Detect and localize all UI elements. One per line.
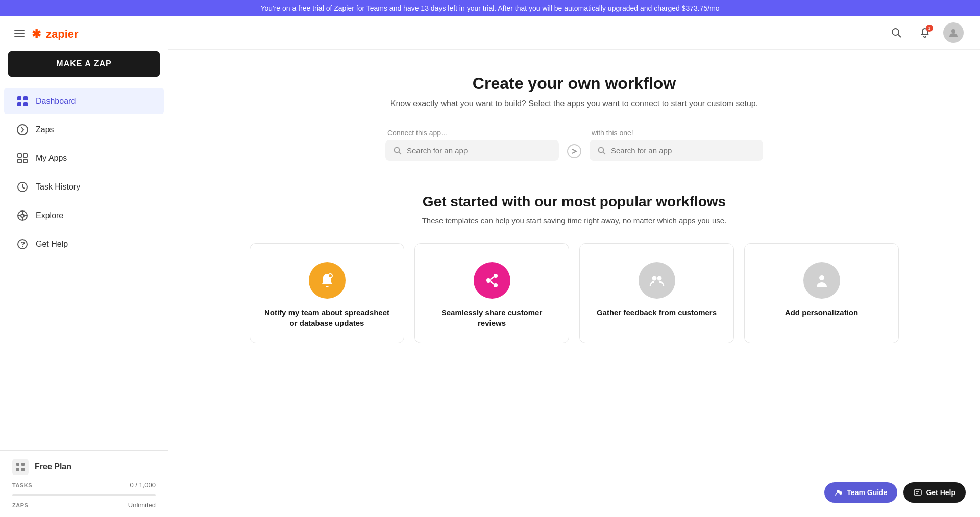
sidebar-my-apps-label: My Apps [36,154,67,163]
svg-rect-9 [18,159,21,163]
sidebar-zaps-label: Zaps [36,125,54,134]
svg-rect-23 [21,468,24,471]
notifications-button[interactable]: 1 [915,22,935,43]
team-guide-label: Team Guide [847,488,887,497]
app-search-2[interactable] [590,140,763,161]
svg-line-37 [491,281,494,284]
connect-arrow-icon [567,144,581,158]
trial-banner: You're on a free trial of Zapier for Tea… [0,0,980,16]
my-apps-icon [16,152,29,165]
search-icon-1 [394,147,402,155]
sidebar-item-get-help[interactable]: ? Get Help [4,231,164,257]
svg-point-32 [328,274,332,278]
svg-line-28 [399,152,402,154]
svg-point-39 [657,276,662,281]
notify-icon [309,262,346,299]
connect-label: Connect this app... [385,129,559,137]
sidebar-nav: Dashboard Zaps [0,85,168,450]
app-search-input-2[interactable] [611,146,755,155]
floating-buttons: Team Guide Get Help [824,482,966,503]
svg-text:zapier: zapier [46,28,79,40]
svg-line-36 [491,277,494,279]
svg-point-29 [568,145,581,158]
svg-rect-43 [914,490,921,495]
app-search-1[interactable] [385,140,559,161]
app-search-input-1[interactable] [407,146,551,155]
sidebar-item-dashboard[interactable]: Dashboard [4,88,164,114]
team-guide-button[interactable]: Team Guide [824,482,897,503]
svg-text:?: ? [21,240,26,248]
sidebar-header: ✱ zapier [0,16,168,51]
task-history-icon [16,181,29,193]
workflow-card-share-reviews[interactable]: Seamlessly share customer reviews [414,243,569,343]
svg-point-38 [652,276,656,281]
svg-rect-10 [23,159,27,163]
workflow-card-personalization[interactable]: Add personalization [744,243,899,343]
share-reviews-card-title: Seamlessly share customer reviews [427,307,556,328]
sidebar-item-explore[interactable]: Explore [4,202,164,229]
svg-rect-2 [17,96,21,100]
stats-row: TASKS 0 / 1,000 ZAPS Unlimited [12,481,156,509]
user-avatar[interactable] [943,22,964,43]
svg-point-24 [892,29,899,35]
dashboard-icon [16,95,29,107]
zaps-value: Unlimited [128,501,156,509]
tasks-value: 0 / 1,000 [130,481,156,489]
gather-feedback-card-title: Gather feedback from customers [597,307,717,318]
zapier-logo[interactable]: ✱ zapier [32,26,88,42]
tasks-progress-bar [12,494,156,496]
workflow-card-notify-team[interactable]: Notify my team about spreadsheet or data… [250,243,404,343]
tasks-label: TASKS [12,482,32,488]
search-icon-2 [598,147,606,155]
svg-point-41 [837,490,840,493]
svg-rect-5 [23,102,28,106]
main-content: 1 Create your own workflow Know exactly … [168,16,980,517]
svg-rect-8 [23,154,27,157]
sidebar-task-history-label: Task History [36,182,80,192]
workflow-card-gather-feedback[interactable]: Gather feedback from customers [579,243,734,343]
svg-line-31 [603,152,606,154]
sidebar: ✱ zapier MAKE A ZAP Dashboard [0,16,168,517]
popular-title: Get started with our most popular workfl… [250,194,899,210]
sidebar-plan: Free Plan TASKS 0 / 1,000 ZAPS Unlimited [0,450,168,517]
svg-rect-20 [16,463,19,466]
svg-rect-3 [23,96,28,100]
search-button[interactable] [886,22,906,43]
banner-text: You're on a free trial of Zapier for Tea… [260,4,719,12]
get-help-icon: ? [16,238,29,250]
sidebar-item-zaps[interactable]: Zaps [4,116,164,143]
get-help-float-label: Get Help [926,488,955,497]
svg-rect-21 [21,463,24,466]
plan-icon [12,459,29,475]
content-area: Create your own workflow Know exactly wh… [217,50,932,368]
svg-line-25 [898,35,901,38]
svg-point-34 [486,278,491,283]
share-reviews-icon [474,262,510,299]
plan-label: Free Plan [35,462,71,472]
svg-point-6 [17,125,28,135]
with-app-column: with this one! [590,129,763,161]
create-subtitle: Know exactly what you want to build? Sel… [250,99,899,108]
notification-badge: 1 [926,25,933,32]
create-title: Create your own workflow [250,74,899,93]
header-bar: 1 [168,16,980,50]
sidebar-get-help-label: Get Help [36,240,68,249]
make-zap-button[interactable]: MAKE A ZAP [8,51,160,77]
notify-team-card-title: Notify my team about spreadsheet or data… [262,307,391,328]
svg-text:✱: ✱ [32,28,41,40]
popular-subtitle: These templates can help you start savin… [250,216,899,225]
with-label: with this one! [590,129,763,137]
zaps-icon [16,124,29,136]
sidebar-item-my-apps[interactable]: My Apps [4,145,164,172]
hamburger-menu[interactable] [12,28,27,39]
free-plan-row: Free Plan [12,459,156,475]
get-help-float-button[interactable]: Get Help [903,482,966,503]
svg-rect-22 [16,468,19,471]
svg-point-42 [839,491,842,495]
sidebar-item-task-history[interactable]: Task History [4,174,164,200]
svg-point-13 [21,214,24,217]
gather-feedback-icon [639,262,675,299]
svg-point-40 [819,275,824,280]
personalization-icon [803,262,840,299]
workflow-cards-grid: Notify my team about spreadsheet or data… [250,243,899,343]
